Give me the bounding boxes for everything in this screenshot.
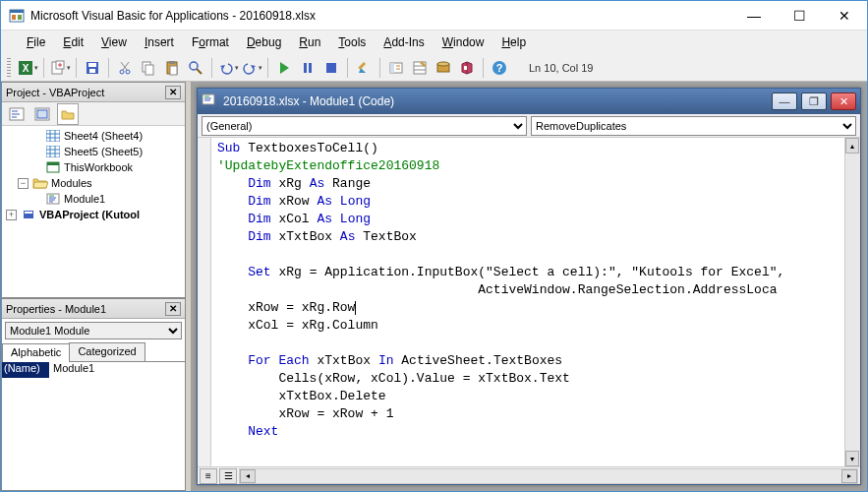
insert-button[interactable]: ▾ [49,57,71,79]
tree-module1[interactable]: Module1 [2,191,185,207]
vertical-scrollbar[interactable]: ▴ ▾ [844,138,860,466]
properties-close[interactable]: ✕ [165,302,181,316]
code-margin[interactable] [198,138,211,466]
tab-alphabetic[interactable]: Alphabetic [2,343,70,362]
run-button[interactable] [273,57,295,79]
undo-button[interactable]: ▾ [217,57,239,79]
code-editor[interactable]: Sub TextboxesToCell() 'UpdatebyExtendoff… [211,138,844,466]
menu-insert[interactable]: Insert [137,33,182,51]
project-explorer-close[interactable]: ✕ [165,86,181,99]
maximize-button[interactable]: ☐ [777,1,822,31]
procedure-dropdown[interactable]: RemoveDuplicates [531,116,856,136]
code-bottom-bar: ≡ ☰ ◂ ▸ [198,466,860,484]
toolbox-button[interactable] [456,57,478,79]
mdi-close[interactable]: ✕ [831,92,856,110]
menu-help[interactable]: Help [493,33,534,51]
tree-vbaproject-kutool[interactable]: + VBAProject (Kutool [2,207,185,222]
menubar: File Edit View Insert Format Debug Run T… [1,31,867,54]
project-tree[interactable]: Sheet4 (Sheet4) Sheet5 (Sheet5) ThisWork… [2,126,185,297]
properties-object-selector[interactable]: Module1 Module [5,322,182,339]
module-icon [45,192,61,206]
body: Project - VBAProject ✕ Sheet4 (Sheet4) [1,82,867,491]
redo-button[interactable]: ▾ [241,57,262,79]
property-name-key: (Name) [2,362,49,378]
view-object-button[interactable] [31,103,53,125]
svg-rect-3 [18,15,22,20]
properties-panel: Properties - Module1 ✕ Module1 Module Al… [1,298,186,491]
horizontal-scrollbar[interactable]: ◂ ▸ [239,468,858,484]
procedure-view-button[interactable]: ≡ [200,468,217,484]
mdi-minimize[interactable]: — [772,92,797,110]
project-toolbar [2,102,185,126]
menu-edit[interactable]: Edit [55,33,91,51]
svg-rect-20 [169,61,175,64]
copy-button[interactable] [138,57,159,79]
svg-point-15 [120,70,124,74]
properties-button[interactable] [409,57,431,79]
view-code-button[interactable] [6,103,28,125]
svg-rect-2 [12,15,16,20]
save-button[interactable] [82,57,103,79]
break-button[interactable] [297,57,318,79]
scroll-up-icon[interactable]: ▴ [845,138,859,154]
menu-format[interactable]: Format [184,33,237,51]
tree-sheet5[interactable]: Sheet5 (Sheet5) [2,144,185,159]
svg-rect-52 [46,146,60,157]
menu-tools[interactable]: Tools [330,33,374,51]
help-button[interactable]: ? [489,57,510,79]
reset-button[interactable] [320,57,342,79]
object-dropdown[interactable]: (General) [202,116,527,136]
expand-icon[interactable]: + [6,210,17,220]
project-explorer-panel: Project - VBAProject ✕ Sheet4 (Sheet4) [1,82,186,298]
worksheet-icon [45,145,61,158]
titlebar: Microsoft Visual Basic for Applications … [1,1,867,31]
mdi-maximize[interactable]: ❐ [801,92,827,110]
svg-rect-12 [89,69,95,73]
svg-point-16 [126,70,130,74]
menu-run[interactable]: Run [291,33,328,51]
svg-rect-47 [46,130,60,142]
property-row-name[interactable]: (Name) Module1 [2,362,185,378]
tab-categorized[interactable]: Categorized [69,342,145,361]
svg-rect-38 [464,66,467,70]
tree-thisworkbook[interactable]: ThisWorkbook [2,159,185,175]
scroll-down-icon[interactable]: ▾ [845,451,859,466]
property-name-value[interactable]: Module1 [49,362,185,378]
code-window-titlebar[interactable]: 20160918.xlsx - Module1 (Code) — ❐ ✕ [198,89,860,114]
view-excel-button[interactable]: X▾ [17,57,38,79]
svg-line-23 [197,69,202,74]
collapse-icon[interactable]: − [18,178,29,189]
design-mode-button[interactable] [353,57,375,79]
find-button[interactable] [185,57,206,79]
workbook-icon [45,160,61,174]
tree-modules-folder[interactable]: − Modules [2,175,185,191]
worksheet-icon [45,129,61,143]
menu-addins[interactable]: Add-Ins [376,33,432,51]
svg-rect-11 [88,63,96,67]
project-explorer-title: Project - VBAProject ✕ [2,83,185,102]
tree-sheet4[interactable]: Sheet4 (Sheet4) [2,128,185,144]
cut-button[interactable] [114,57,136,79]
paste-button[interactable] [161,57,183,79]
menu-view[interactable]: View [93,33,135,51]
properties-grid[interactable]: (Name) Module1 [2,362,185,490]
minimize-button[interactable]: — [731,1,777,31]
code-area: Sub TextboxesToCell() 'UpdatebyExtendoff… [198,138,860,466]
svg-rect-21 [170,66,177,75]
vbaproject-icon [21,208,36,221]
svg-rect-46 [37,110,47,118]
toolbar-grip[interactable] [7,58,11,78]
svg-rect-24 [304,63,307,73]
svg-text:?: ? [496,62,503,74]
mdi-area: 20160918.xlsx - Module1 (Code) — ❐ ✕ (Ge… [191,82,867,491]
project-explorer-button[interactable] [385,57,407,79]
full-module-view-button[interactable]: ☰ [219,468,237,484]
menu-file[interactable]: File [19,33,53,51]
menu-window[interactable]: Window [434,33,492,51]
menu-debug[interactable]: Debug [239,33,289,51]
scroll-right-icon[interactable]: ▸ [841,469,857,483]
close-button[interactable]: ✕ [822,1,867,31]
object-browser-button[interactable] [433,57,454,79]
toggle-folders-button[interactable] [57,103,79,125]
scroll-left-icon[interactable]: ◂ [240,469,256,483]
